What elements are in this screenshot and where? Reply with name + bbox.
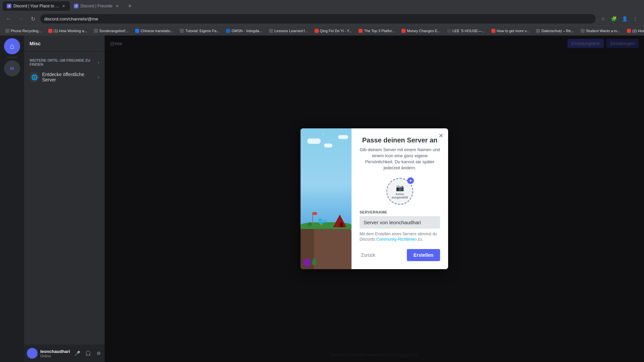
tab-bar: ⚡ Discord | Your Place to Talk an... ✕ ⚡… (0, 0, 644, 12)
cloud-2 (324, 143, 332, 147)
discord-app: ⌂ M Misc WEITERE ORTE, UM FREUNDE ZU FIN… (0, 36, 644, 362)
bookmark-favicon-12 (491, 29, 495, 33)
icon-upload-area: + 📷 Keine ausgewählt (360, 178, 440, 205)
bookmark-chinese[interactable]: Chinese translatio... (132, 28, 176, 34)
server-header[interactable]: Misc (24, 36, 105, 52)
forward-button[interactable]: → (16, 14, 25, 23)
collapse-icon[interactable]: ‹ (98, 60, 99, 64)
modal-close-button[interactable]: ✕ (436, 131, 445, 140)
settings-button[interactable]: ⚙ (94, 349, 104, 358)
bookmark-label-11: LEE 'S HOUSE—... (452, 29, 485, 33)
username-status: leonchaudhari Online (40, 349, 70, 358)
bookmark-favicon-4 (135, 29, 139, 33)
bookmark-qing[interactable]: Qing Fei De Yi - Y... (312, 28, 355, 34)
tab-title-active: Discord | Your Place to Talk an... (13, 4, 59, 8)
bookmark-working[interactable]: (1) How Working a... (46, 28, 90, 34)
character-body: 🐦 (317, 217, 327, 226)
bookmark-favicon-11 (447, 29, 451, 33)
servername-input[interactable] (360, 216, 440, 229)
account-button[interactable]: 👤 (620, 14, 629, 23)
discover-icon: 🌐 (30, 72, 39, 82)
tab-discord-active[interactable]: ⚡ Discord | Your Place to Talk an... ✕ (3, 1, 70, 11)
star-2 (337, 147, 338, 147)
modal-title: Passe deinen Server an (360, 136, 440, 144)
servername-field-label: SERVERNAME (360, 210, 440, 214)
modal-subtitle: Gib deinem Server mit einem Namen und ei… (360, 147, 440, 171)
new-tab-button[interactable]: + (125, 1, 135, 11)
cloud-1 (307, 138, 321, 144)
channel-sidebar: Misc WEITERE ORTE, UM FREUNDE ZU FINDEN … (24, 36, 105, 362)
bookmark-favicon-7 (269, 29, 273, 33)
bookmark-label-3: Sonderangebot!... (99, 29, 128, 33)
bookmark-label-2: (1) How Working a... (54, 29, 87, 33)
bookmark-lessons[interactable]: Lessons Learned f... (266, 28, 311, 34)
bookmark-favicon-10 (401, 29, 406, 33)
tab-close-inactive[interactable]: ✕ (114, 3, 120, 9)
url-text: discord.com/channels/@me (44, 16, 98, 21)
server-sidebar: ⌂ M (0, 36, 24, 362)
bookmark-favicon-2 (48, 29, 52, 33)
channel-list: WEITERE ORTE, UM FREUNDE ZU FINDEN ‹ 🌐 E… (24, 52, 105, 362)
bookmark-student[interactable]: Student Wants a m... (578, 28, 623, 34)
status-bar: leonchaudhari Online 🎤 🎧 ⚙ (24, 345, 105, 362)
extension-button[interactable]: 🧩 (609, 14, 619, 23)
server-customize-modal: ✕ (301, 128, 448, 269)
community-guidelines-link[interactable]: Community-Richtlinien (376, 237, 417, 242)
bookmark-howto[interactable]: How to get more v... (489, 28, 532, 34)
address-bar: ← → ↻ discord.com/channels/@me ☆ 🧩 👤 ⋮ (0, 12, 644, 25)
friends-section-header: WEITERE ORTE, UM FREUNDE ZU FINDEN ‹ (27, 57, 102, 68)
bookmark-favicon-13 (536, 29, 540, 33)
bookmark-label-12: How to get more v... (497, 29, 530, 33)
bookmark-favicon-3 (94, 29, 98, 33)
home-server-icon[interactable]: ⌂ (4, 38, 20, 54)
bookmark-lee[interactable]: LEE 'S HOUSE—... (444, 28, 487, 34)
bookmark-label-6: GMSN - Vologda... (231, 29, 262, 33)
server-icon-1[interactable]: M (4, 60, 20, 76)
tab-close-active[interactable]: ✕ (61, 3, 66, 9)
bookmark-add[interactable]: (2) How To Add A... (624, 28, 644, 34)
camera-icon: 📷 (396, 184, 404, 192)
tab-favicon-discord: ⚡ (7, 4, 11, 8)
bookmark-sonder[interactable]: Sonderangebot!... (91, 28, 131, 34)
bookmark-label-15: (2) How To Add A... (632, 29, 644, 33)
bookmark-tutorial[interactable]: Tutorial: Eigene Fa... (177, 28, 222, 34)
bookmark-label-1: Phone Recycling... (11, 29, 42, 33)
back-button[interactable]: Zurück (360, 251, 377, 259)
user-avatar[interactable] (27, 348, 38, 359)
bookmark-label-13: Datenschutz – Re... (541, 29, 574, 33)
menu-button[interactable]: ⋮ (631, 14, 640, 23)
terms-text: Mit dem Erstellen eines Servers stimmst … (360, 231, 440, 243)
bookmark-datenschutz[interactable]: Datenschutz – Re... (533, 28, 577, 34)
bookmark-gmsn[interactable]: GMSN - Vologda... (223, 28, 265, 34)
server-name: Misc (30, 41, 41, 46)
create-server-button[interactable]: Erstellen (407, 249, 440, 261)
discover-servers-item[interactable]: 🌐 Entdecke öffentliche Server › (27, 69, 102, 85)
icon-upload-button[interactable]: + 📷 Keine ausgewählt (386, 178, 413, 205)
url-input[interactable]: discord.com/channels/@me (40, 14, 596, 23)
back-button[interactable]: ← (4, 14, 13, 23)
modal-decoration: 🐦 (301, 128, 352, 269)
bookmark-label-5: Tutorial: Eigene Fa... (185, 29, 219, 33)
bookmark-label-10: Money Changes E... (407, 29, 440, 33)
bookmark-phone[interactable]: Phone Recycling... (3, 28, 44, 34)
bookmark-favicon-8 (315, 29, 319, 33)
modal-backdrop: ✕ (105, 36, 644, 362)
green-plant (312, 258, 316, 265)
cloud-3 (338, 135, 348, 139)
headset-button[interactable]: 🎧 (84, 349, 93, 358)
tab-discord-inactive[interactable]: ⚡ Discord | Freunde ✕ (70, 1, 124, 11)
username-text: leonchaudhari (40, 349, 70, 354)
flag-cloth (313, 212, 317, 215)
bookmark-button[interactable]: ☆ (598, 14, 608, 23)
friends-section-label: WEITERE ORTE, UM FREUNDE ZU FINDEN (30, 58, 98, 66)
bookmark-label-7: Lessons Learned f... (274, 29, 308, 33)
reload-button[interactable]: ↻ (28, 14, 38, 23)
modal-footer: Zurück Erstellen (360, 249, 440, 261)
status-text: Online (40, 354, 70, 358)
bookmark-label-4: Chinese translatio... (141, 29, 173, 33)
browser-chrome: ⚡ Discord | Your Place to Talk an... ✕ ⚡… (0, 0, 644, 36)
bookmark-money[interactable]: Money Changes E... (399, 28, 443, 34)
bookmark-top3[interactable]: The Top 3 Platfor... (356, 28, 397, 34)
modal-content-panel: Passe deinen Server an Gib deinem Server… (352, 128, 448, 269)
mic-button[interactable]: 🎤 (73, 349, 82, 358)
